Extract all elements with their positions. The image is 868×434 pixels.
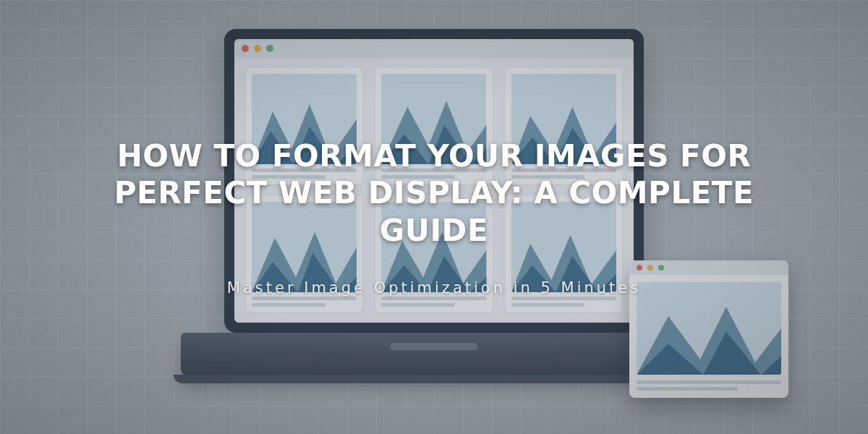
hero-subtitle: Master Image Optimization in 5 Minutes — [227, 279, 641, 297]
hero-title: HOW TO FORMAT YOUR IMAGES FOR PERFECT WE… — [65, 137, 803, 249]
hero-text: HOW TO FORMAT YOUR IMAGES FOR PERFECT WE… — [0, 0, 868, 434]
hero-banner: HOW TO FORMAT YOUR IMAGES FOR PERFECT WE… — [0, 0, 868, 434]
